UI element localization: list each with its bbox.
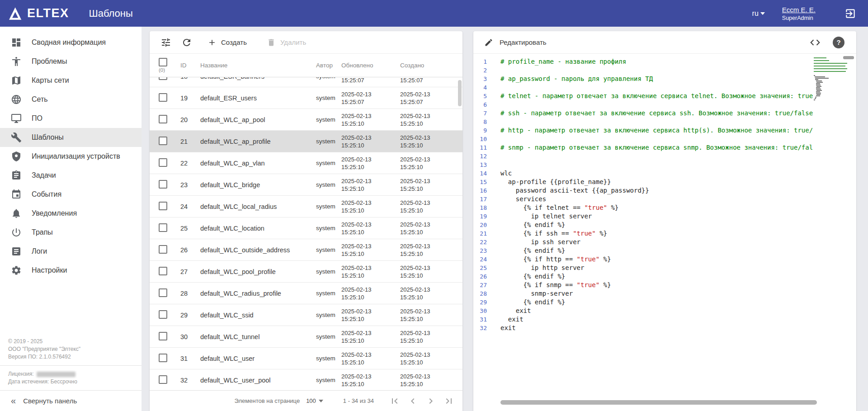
sidebar-item-notifications[interactable]: Уведомления xyxy=(0,204,142,223)
table-scrollbar-thumb[interactable] xyxy=(458,80,462,106)
row-checkbox[interactable] xyxy=(159,93,167,102)
table-row[interactable]: 21default_WLC_ap_profilesystem2025-02-13… xyxy=(150,131,462,152)
table-row[interactable]: 26default_WLC_outside_addresssystem2025-… xyxy=(150,239,462,261)
column-header-updated[interactable]: Обновлено xyxy=(341,62,400,69)
help-button[interactable]: ? xyxy=(833,37,844,48)
row-checkbox[interactable] xyxy=(159,288,167,297)
row-name: default_WLC_user xyxy=(200,355,316,362)
row-checkbox[interactable] xyxy=(159,202,167,210)
sidebar-item-device-init[interactable]: Инициализация устройств xyxy=(0,147,142,166)
table-row[interactable]: 20default_WLC_ap_poolsystem2025-02-1315:… xyxy=(150,109,462,131)
row-checkbox[interactable] xyxy=(159,180,167,189)
row-checkbox[interactable] xyxy=(159,223,167,232)
table-row[interactable]: 30default_WLC_tunnelsystem2025-02-1315:2… xyxy=(150,326,462,348)
logout-button[interactable] xyxy=(844,8,856,19)
row-checkbox[interactable] xyxy=(159,354,167,362)
language-selector[interactable]: ru xyxy=(752,9,765,18)
row-checkbox[interactable] xyxy=(159,310,167,319)
row-checkbox[interactable] xyxy=(159,245,167,254)
tasks-icon xyxy=(11,170,22,181)
sidebar-item-events[interactable]: События xyxy=(0,185,142,204)
row-id: 22 xyxy=(180,160,200,167)
row-name: default_WLC_radius_profile xyxy=(200,290,316,297)
editor-vertical-scrollbar-thumb[interactable] xyxy=(843,56,854,59)
row-checkbox[interactable] xyxy=(159,332,167,340)
row-id: 28 xyxy=(180,290,200,297)
table-row[interactable]: 27default_WLC_pool_profilesystem2025-02-… xyxy=(150,261,462,283)
table-row[interactable]: 31default_WLC_usersystem2025-02-1315:25:… xyxy=(150,348,462,369)
row-checkbox[interactable] xyxy=(159,375,167,384)
column-header-name[interactable]: Название xyxy=(200,62,316,69)
edit-button[interactable]: Редактировать xyxy=(484,38,547,47)
code-line: 9# http - параметр отвечает за включение… xyxy=(473,126,813,135)
table-row[interactable]: 29default_WLC_ssidsystem2025-02-1315:25:… xyxy=(150,304,462,326)
table-row[interactable]: 23default_WLC_bridgesystem2025-02-1315:2… xyxy=(150,174,462,196)
row-name: default_ESR_banners xyxy=(200,77,316,80)
table-row[interactable]: 22default_WLC_ap_vlansystem2025-02-1315:… xyxy=(150,152,462,174)
line-number: 5 xyxy=(473,92,494,100)
sidebar-item-settings[interactable]: Настройки xyxy=(0,261,142,280)
line-number: 29 xyxy=(473,298,494,307)
row-name: default_WLC_tunnel xyxy=(200,333,316,340)
row-created: 2025-02-1315:25:10 xyxy=(400,329,459,345)
row-checkbox[interactable] xyxy=(159,158,167,167)
refresh-button[interactable] xyxy=(181,37,192,48)
row-checkbox[interactable] xyxy=(159,77,167,80)
pencil-icon xyxy=(484,38,493,47)
table-row[interactable]: 24default_WLC_local_radiussystem2025-02-… xyxy=(150,196,462,217)
sidebar-item-traps[interactable]: Трапы xyxy=(0,223,142,242)
table-row[interactable]: 28default_WLC_radius_profilesystem2025-0… xyxy=(150,283,462,304)
code-editor[interactable]: 1# profile_name - название профиля23# ap… xyxy=(473,54,856,411)
editor-horizontal-scrollbar[interactable] xyxy=(500,400,817,405)
sidebar-item-logs[interactable]: Логи xyxy=(0,242,142,261)
code-line: 24 {% if http == "true" %} xyxy=(473,255,813,264)
delete-button[interactable]: Удалить xyxy=(267,38,306,47)
template-editor-panel: Редактировать ? 1# profile_name - назван… xyxy=(473,31,856,411)
next-page-button[interactable] xyxy=(425,396,436,406)
code-line: 5# telnet - параметр отвечает за включен… xyxy=(473,92,813,100)
sidebar-item-tasks[interactable]: Задачи xyxy=(0,166,142,185)
line-number: 6 xyxy=(473,100,494,109)
create-button[interactable]: Создать xyxy=(208,38,247,47)
row-name: default_WLC_outside_address xyxy=(200,246,316,254)
sidebar-item-globe[interactable]: Сеть xyxy=(0,90,142,109)
row-checkbox[interactable] xyxy=(159,115,167,123)
prev-page-button[interactable] xyxy=(407,396,418,406)
last-page-button[interactable] xyxy=(443,396,454,406)
code-line: 3# ap_password - пароль для управления Т… xyxy=(473,75,813,83)
row-updated: 2025-02-1315:25:10 xyxy=(341,242,400,258)
sidebar-item-map[interactable]: Карты сети xyxy=(0,71,142,90)
filter-button[interactable] xyxy=(160,37,171,48)
sidebar-item-dashboard[interactable]: Сводная информация xyxy=(0,33,142,52)
collapse-panel-button[interactable]: « Свернуть панель xyxy=(0,390,142,411)
sidebar-item-problems[interactable]: Проблемы xyxy=(0,52,142,71)
table-row[interactable]: 18default_ESR_bannerssystem2025-02-1315:… xyxy=(150,77,462,87)
first-page-button[interactable] xyxy=(389,396,400,406)
code-line: 28 snmp-server xyxy=(473,289,813,298)
row-checkbox[interactable] xyxy=(159,267,167,275)
code-line: 7# ssh - параметр отвечает за включение … xyxy=(473,109,813,118)
sidebar-item-software[interactable]: ПО xyxy=(0,109,142,128)
code-line: 14wlc xyxy=(473,169,813,178)
user-name-link[interactable]: Eccm E. E. xyxy=(782,6,816,14)
column-header-author[interactable]: Автор xyxy=(316,62,341,69)
sidebar-item-label: Трапы xyxy=(32,228,53,236)
code-line: 2 xyxy=(473,66,813,75)
column-header-created[interactable]: Создано xyxy=(400,62,459,69)
code-line: 26 {% endif %} xyxy=(473,272,813,281)
table-row[interactable]: 25default_WLC_locationsystem2025-02-1315… xyxy=(150,217,462,239)
column-header-id[interactable]: ID xyxy=(180,62,200,69)
row-author: system xyxy=(316,246,341,253)
per-page-select[interactable]: 100 xyxy=(306,397,323,404)
row-updated: 2025-02-1315:25:10 xyxy=(341,112,400,128)
row-created: 2025-02-1315:25:10 xyxy=(400,286,459,301)
row-created: 2025-02-1315:25:10 xyxy=(400,199,459,214)
select-all-checkbox[interactable] xyxy=(159,58,167,66)
per-page-label: Элементов на странице xyxy=(235,397,300,404)
minimap[interactable] xyxy=(814,57,848,101)
table-row[interactable]: 32default_WLC_user_poolsystem2025-02-131… xyxy=(150,369,462,390)
row-checkbox[interactable] xyxy=(159,137,167,145)
code-view-button[interactable] xyxy=(809,37,821,48)
table-row[interactable]: 19default_ESR_userssystem2025-02-1315:25… xyxy=(150,87,462,109)
sidebar-item-templates[interactable]: Шаблоны xyxy=(0,128,142,147)
